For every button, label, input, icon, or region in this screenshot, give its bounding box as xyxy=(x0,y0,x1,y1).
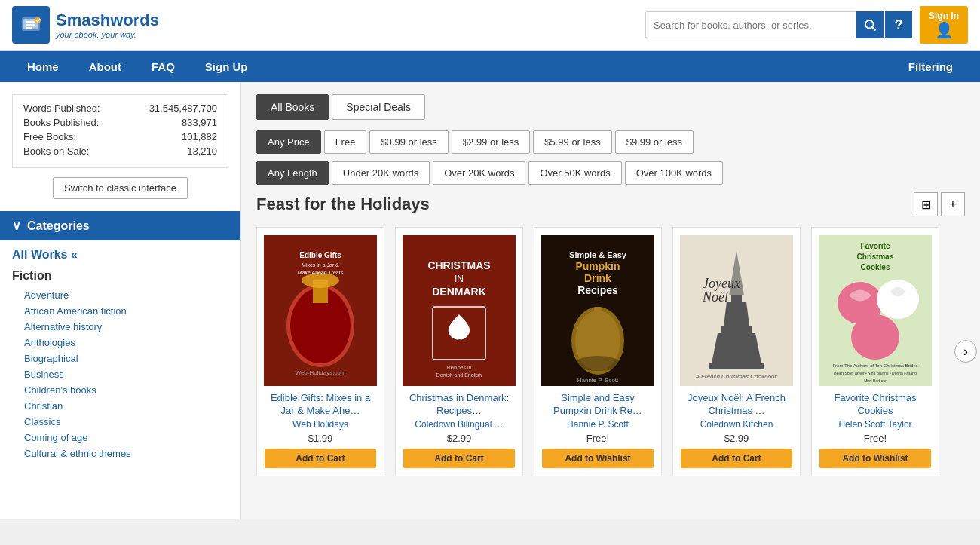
cat-coming-of-age[interactable]: Coming of age xyxy=(24,430,240,445)
stat-sale: Books on Sale: 13,210 xyxy=(23,145,217,157)
length-filter-over50k[interactable]: Over 50K words xyxy=(528,161,621,185)
book-card-joyeux: A French Christmas Cookbook Joyeux Noël … xyxy=(672,227,801,476)
book-cover-cookies: Favorite Christmas Cookies From The Auth… xyxy=(819,235,932,386)
switch-interface-button[interactable]: Switch to classic interface xyxy=(53,177,188,199)
book-cover-edible: Edible Gifts Mixes in a Jar & Make Ahead… xyxy=(264,235,377,386)
book-card-cookies: Favorite Christmas Cookies From The Auth… xyxy=(811,227,939,476)
nav-faq[interactable]: FAQ xyxy=(136,51,190,82)
signin-label: Sign In xyxy=(929,11,959,21)
price-filter-299[interactable]: $2.99 or less xyxy=(452,130,530,154)
price-filter-999[interactable]: $9.99 or less xyxy=(615,130,694,154)
cat-business[interactable]: Business xyxy=(24,366,240,382)
header: Smashwords your ebook. your way. ? Sign … xyxy=(0,0,980,51)
section-header: Feast for the Holidays ⊞ + xyxy=(256,192,965,216)
length-filter-over20k[interactable]: Over 20K words xyxy=(433,161,525,185)
add-cart-christmas[interactable]: Add to Cart xyxy=(403,449,515,468)
signin-icon: 👤 xyxy=(935,21,954,39)
cover-svg-christmas: CHRISTMAS IN DENMARK Recipes in Danish a… xyxy=(403,235,516,386)
grid-view-button[interactable]: ⊞ xyxy=(914,192,938,216)
cat-childrens[interactable]: Children's books xyxy=(24,382,240,398)
length-filter-over100k[interactable]: Over 100K words xyxy=(625,161,723,185)
book-card-christmas: CHRISTMAS IN DENMARK Recipes in Danish a… xyxy=(395,227,523,476)
cat-christian[interactable]: Christian xyxy=(24,398,240,414)
add-wishlist-cookies[interactable]: Add to Wishlist xyxy=(819,449,931,468)
length-filter-any[interactable]: Any Length xyxy=(256,161,329,185)
signin-button[interactable]: Sign In 👤 xyxy=(920,6,968,44)
add-wishlist-pumpkin[interactable]: Add to Wishlist xyxy=(542,449,654,468)
cat-anthologies[interactable]: Anthologies xyxy=(24,335,240,351)
cat-african-american[interactable]: African American fiction xyxy=(24,303,240,319)
svg-text:Christmas: Christmas xyxy=(857,253,894,261)
categories-label: Categories xyxy=(27,219,90,233)
book-author-cookies[interactable]: Helen Scott Taylor xyxy=(838,419,911,430)
tab-special-deals[interactable]: Special Deals xyxy=(332,94,425,120)
help-button[interactable]: ? xyxy=(885,11,912,38)
cover-svg-joyeux: A French Christmas Cookbook Joyeux Noël xyxy=(680,235,793,386)
svg-text:Pumpkin: Pumpkin xyxy=(575,260,620,272)
nav-home[interactable]: Home xyxy=(12,51,74,82)
tab-all-books[interactable]: All Books xyxy=(256,94,329,120)
cat-classics[interactable]: Classics xyxy=(24,414,240,430)
svg-rect-30 xyxy=(594,307,602,318)
nav-about[interactable]: About xyxy=(74,51,136,82)
book-author-christmas[interactable]: Coledown Bilingual … xyxy=(415,419,503,430)
book-title-pumpkin[interactable]: Simple and Easy Pumpkin Drink Re… xyxy=(542,392,654,418)
svg-text:Noël: Noël xyxy=(702,289,728,305)
book-card-pumpkin: Simple & Easy Pumpkin Drink Recipes Hann… xyxy=(534,227,662,476)
add-cart-edible[interactable]: Add to Cart xyxy=(265,449,376,468)
price-filter-any[interactable]: Any Price xyxy=(256,130,321,154)
svg-point-3 xyxy=(865,20,874,29)
search-input[interactable] xyxy=(645,11,856,38)
book-author-joyeux[interactable]: Coledown Kitchen xyxy=(700,419,773,430)
svg-rect-14 xyxy=(403,235,516,386)
stat-words-value: 31,545,487,700 xyxy=(149,103,217,114)
book-cover-joyeux: A French Christmas Cookbook Joyeux Noël xyxy=(680,235,793,386)
book-price-joyeux: $2.99 xyxy=(724,433,749,444)
section-title: Feast for the Holidays xyxy=(256,194,430,214)
svg-rect-36 xyxy=(721,326,752,333)
svg-text:Mimi Barbour: Mimi Barbour xyxy=(864,378,887,383)
cat-biographical[interactable]: Biographical xyxy=(24,351,240,366)
svg-text:Danish and English: Danish and English xyxy=(436,372,482,378)
nav-signup[interactable]: Sign Up xyxy=(190,51,263,82)
svg-text:Favorite: Favorite xyxy=(861,242,890,250)
book-card-edible: Edible Gifts Mixes in a Jar & Make Ahead… xyxy=(256,227,384,476)
book-title-cookies[interactable]: Favorite Christmas Cookies xyxy=(819,392,931,418)
cat-adventure[interactable]: Adventure xyxy=(24,287,240,303)
cover-svg-edible: Edible Gifts Mixes in a Jar & Make Ahead… xyxy=(264,235,377,386)
svg-text:Mixes in a Jar &: Mixes in a Jar & xyxy=(302,262,339,268)
svg-marker-35 xyxy=(724,302,749,326)
svg-marker-37 xyxy=(712,333,761,363)
book-price-christmas: $2.99 xyxy=(447,433,472,444)
svg-rect-38 xyxy=(709,363,764,369)
price-filter-free[interactable]: Free xyxy=(324,130,367,154)
stat-words-label: Words Published: xyxy=(23,103,100,114)
book-title-edible[interactable]: Edible Gifts: Mixes in a Jar & Make Ahe… xyxy=(265,392,376,418)
add-cart-joyeux[interactable]: Add to Cart xyxy=(681,449,792,468)
svg-text:IN: IN xyxy=(455,274,464,284)
logo-text: Smashwords your ebook. your way. xyxy=(56,11,159,39)
cat-cultural[interactable]: Cultural & ethnic themes xyxy=(24,445,240,461)
book-author-pumpkin[interactable]: Hannie P. Scott xyxy=(567,419,629,430)
nav-filtering[interactable]: Filtering xyxy=(893,60,968,73)
book-title-joyeux[interactable]: Joyeux Noël: A French Christmas … xyxy=(681,392,792,418)
all-works-link[interactable]: All Works « xyxy=(0,240,240,265)
next-books-button[interactable]: › xyxy=(954,340,977,363)
svg-point-47 xyxy=(877,280,919,319)
cover-svg-pumpkin: Simple & Easy Pumpkin Drink Recipes Hann… xyxy=(541,235,654,386)
price-filter-099[interactable]: $0.99 or less xyxy=(369,130,448,154)
cat-alternative-history[interactable]: Alternative history xyxy=(24,319,240,335)
svg-text:DENMARK: DENMARK xyxy=(432,286,486,298)
price-filter-599[interactable]: $5.99 or less xyxy=(533,130,611,154)
search-button[interactable] xyxy=(856,11,884,38)
svg-text:Helen Scott Taylor • Nina Bruh: Helen Scott Taylor • Nina Bruhns • Donna… xyxy=(834,371,917,375)
stat-words: Words Published: 31,545,487,700 xyxy=(23,103,217,114)
svg-point-48 xyxy=(851,314,899,360)
length-filter-under20k[interactable]: Under 20K words xyxy=(332,161,430,185)
tabs: All Books Special Deals xyxy=(256,94,965,120)
book-title-christmas[interactable]: Christmas in Denmark: Recipes… xyxy=(403,392,515,418)
book-author-edible[interactable]: Web Holidays xyxy=(292,419,348,430)
length-filter-row: Any Length Under 20K words Over 20K word… xyxy=(256,161,965,185)
add-view-button[interactable]: + xyxy=(941,192,965,216)
categories-header[interactable]: ∨ Categories xyxy=(0,211,240,240)
